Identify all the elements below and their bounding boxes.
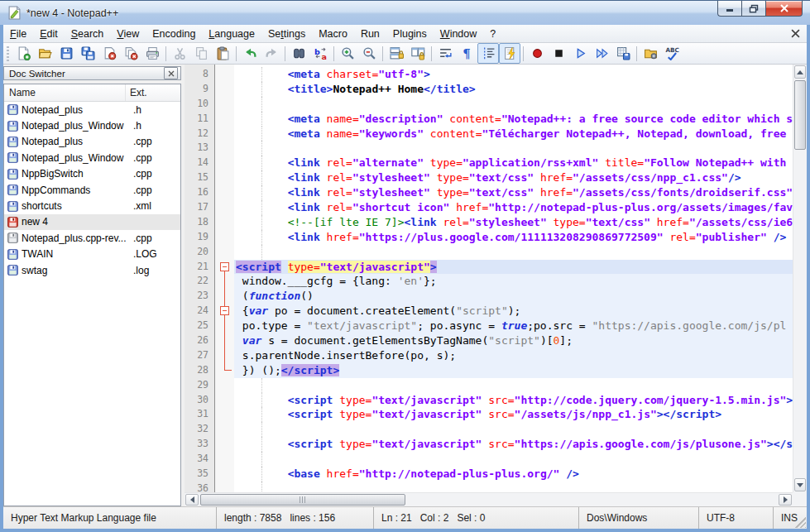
doc-switcher-row[interactable]: Notepad_plus.cpp — [4, 134, 180, 150]
doc-switcher-row[interactable]: NppCommands.cpp — [4, 182, 180, 198]
menu-encoding[interactable]: Encoding — [146, 26, 202, 42]
code-line-text[interactable] — [234, 482, 793, 492]
vertical-scrollbar[interactable] — [793, 65, 807, 492]
code-line-text[interactable]: <link rel="shortcut icon" href="http://n… — [234, 200, 793, 215]
doc-switcher-row[interactable]: Notepad_plus_Window.h — [4, 117, 180, 133]
replace-button[interactable]: ba — [309, 43, 331, 64]
column-header-ext[interactable]: Ext. — [126, 84, 180, 101]
macro-save-button[interactable] — [612, 43, 634, 64]
code-line-text[interactable]: <script type="text/javascript"> — [234, 260, 793, 275]
code-line-text[interactable]: }) ();</script> — [234, 363, 793, 378]
macro-stop-button[interactable] — [548, 43, 569, 64]
code-line-text[interactable]: <meta name="keywords" content="Télécharg… — [234, 127, 793, 141]
close-document-button[interactable] — [791, 29, 800, 38]
code-line-text[interactable]: <script type="text/javascript" src="/ass… — [234, 407, 793, 422]
code-line-text[interactable]: s.parentNode.insertBefore(po, s); — [234, 348, 793, 363]
code-line-text[interactable]: po.type = "text/javascript"; po.async = … — [234, 319, 793, 333]
paste-button[interactable] — [212, 43, 233, 64]
find-button[interactable] — [288, 43, 309, 64]
menu-view[interactable]: View — [110, 26, 146, 42]
close-all-button[interactable] — [120, 43, 141, 64]
redo-button[interactable] — [261, 43, 282, 64]
doc-switcher-row[interactable]: Notepad_plus.h — [4, 102, 180, 117]
print-button[interactable] — [141, 43, 163, 64]
menu-language[interactable]: Language — [202, 26, 261, 42]
doc-switcher-row[interactable]: NppBigSwitch.cpp — [4, 166, 180, 182]
minimize-button[interactable] — [717, 1, 741, 17]
code-line-text[interactable]: <link rel="stylesheet" type="text/css" h… — [234, 185, 793, 200]
code-line-text[interactable]: <meta charset="utf-8"> — [234, 67, 793, 82]
code-line-text[interactable]: (function() — [234, 289, 793, 304]
indent-guide-button[interactable] — [477, 43, 499, 64]
wrap-symbol-button[interactable] — [499, 43, 520, 64]
sync-horizontal-button[interactable] — [407, 43, 429, 64]
code-line-text[interactable] — [234, 378, 793, 393]
code-area[interactable]: 8 <meta charset="utf-8">9 <title>Notepad… — [185, 65, 793, 492]
maximize-restore-button[interactable] — [741, 1, 765, 17]
menu-plugins[interactable]: Plugins — [386, 26, 434, 42]
scroll-right-button[interactable] — [779, 494, 792, 506]
code-line-text[interactable] — [234, 245, 793, 260]
code-line-text[interactable]: <link href="https://plus.google.com/1111… — [234, 230, 793, 245]
zoom-in-button[interactable] — [337, 43, 358, 64]
macro-record-button[interactable] — [526, 43, 548, 64]
undo-button[interactable] — [239, 43, 261, 64]
code-line-text[interactable]: <script type="text/javascript" src="http… — [234, 393, 793, 408]
code-line-text[interactable]: <script type="text/javascript" src="http… — [234, 437, 793, 452]
doc-switcher-row[interactable]: TWAIN.LOG — [4, 247, 180, 262]
scroll-up-button[interactable] — [794, 65, 806, 79]
menu-file[interactable]: File — [3, 26, 33, 42]
horizontal-scrollbar[interactable] — [185, 492, 793, 506]
code-line-text[interactable]: <link rel="alternate" type="application/… — [234, 156, 793, 170]
code-line-text[interactable]: <link rel="stylesheet" type="text/css" h… — [234, 170, 793, 185]
macro-play-button[interactable] — [569, 43, 591, 64]
scroll-down-button[interactable] — [794, 478, 806, 491]
copy-button[interactable] — [190, 43, 212, 64]
menu-help[interactable]: ? — [483, 26, 502, 42]
save-button[interactable] — [55, 43, 77, 64]
menu-search[interactable]: Search — [65, 26, 111, 42]
code-line-text[interactable] — [234, 452, 793, 467]
doc-switcher-close-button[interactable] — [164, 67, 178, 79]
word-wrap-button[interactable] — [434, 43, 456, 64]
close-button[interactable] — [765, 1, 803, 17]
code-line-text[interactable]: <!--[if lte IE 7]><link rel="stylesheet"… — [234, 215, 793, 230]
close-button[interactable] — [98, 43, 120, 64]
menu-window[interactable]: Window — [434, 26, 483, 42]
fold-margin-cell[interactable] — [215, 260, 234, 275]
doc-switcher-row[interactable]: Notepad_plus_Window.cpp — [4, 150, 180, 165]
spell-check-button[interactable]: ABC — [661, 43, 683, 64]
code-line-text[interactable] — [234, 141, 793, 156]
code-line-text[interactable]: <base href="http://notepad-plus-plus.org… — [234, 467, 793, 482]
column-header-name[interactable]: Name — [4, 84, 126, 101]
scroll-left-button[interactable] — [185, 494, 199, 506]
doc-switcher-row[interactable]: Notepad_plus.cpp-rev....cpp — [4, 230, 180, 246]
show-all-characters-button[interactable]: ¶ — [456, 43, 477, 64]
code-line-text[interactable]: window.___gcfg = {lang: 'en'}; — [234, 274, 793, 289]
open-file-button[interactable] — [34, 43, 55, 64]
sync-vertical-button[interactable] — [386, 43, 407, 64]
menu-edit[interactable]: Edit — [33, 26, 65, 42]
code-line-text[interactable]: <title>Notepad++ Home</title> — [234, 82, 793, 97]
zoom-out-button[interactable] — [358, 43, 380, 64]
horizontal-scrollbar-thumb[interactable] — [200, 494, 405, 506]
code-line-text[interactable]: <meta name="description" content="Notepa… — [234, 112, 793, 127]
menu-macro[interactable]: Macro — [312, 26, 354, 42]
new-file-button[interactable] — [12, 43, 34, 64]
cut-button[interactable] — [169, 43, 190, 64]
doc-switcher-row[interactable]: new 4 — [4, 214, 180, 230]
doc-switcher-row[interactable]: swtag.log — [4, 262, 180, 278]
code-line-text[interactable] — [234, 422, 793, 437]
vertical-scrollbar-thumb[interactable] — [794, 80, 806, 150]
macro-run-multiple-button[interactable] — [591, 43, 612, 64]
code-line-text[interactable]: var s = document.getElementsByTagName("s… — [234, 333, 793, 348]
doc-switcher-row[interactable]: shortcuts.xml — [4, 198, 180, 213]
menu-settings[interactable]: Settings — [261, 26, 312, 42]
code-line-text[interactable]: {var po = document.createElement("script… — [234, 304, 793, 319]
save-all-button[interactable] — [77, 43, 98, 64]
menu-run[interactable]: Run — [354, 26, 386, 42]
fold-margin-cell[interactable] — [215, 304, 234, 319]
resize-grip[interactable] — [795, 517, 806, 528]
code-line-text[interactable] — [234, 97, 793, 112]
explorer-plugin-button[interactable] — [640, 43, 661, 64]
